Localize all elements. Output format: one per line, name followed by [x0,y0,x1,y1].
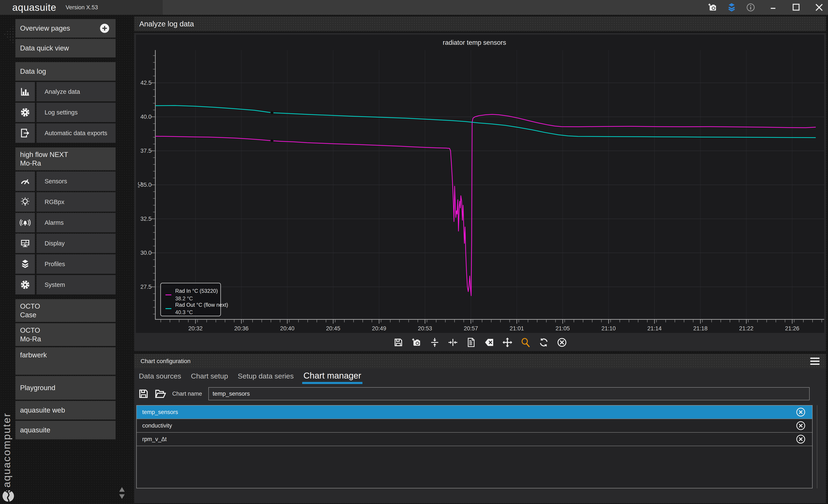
sidebar-item-log-settings[interactable]: Log settings [15,103,116,122]
svg-text:32.5: 32.5 [140,216,152,222]
sidebar-item-playground[interactable]: Playground [15,376,116,400]
save-chart-button[interactable] [137,388,150,400]
sidebar-item-label: Playground [20,384,55,392]
close-button[interactable] [557,337,567,348]
sidebar-item-label: aquasuite web [20,406,65,414]
sidebar-item-farbwerk[interactable]: farbwerk [15,347,116,375]
tab-chart-setup[interactable]: Chart setup [191,372,228,383]
chart-list-row-label: rpm_v_Δt [142,436,167,443]
camera-plus-button[interactable] [411,337,422,348]
chart-name-input[interactable] [208,387,810,400]
sidebar-item-automatic-data-exports[interactable]: Automatic data exports [15,123,116,143]
sidebar-item-data-log[interactable]: Data log [15,62,116,81]
add-overview-page-button[interactable] [99,23,110,34]
zoom-button[interactable] [520,337,531,348]
temperature-chart[interactable]: 42.540.037.535.032.530.027.520:3220:3620… [136,35,824,333]
data-point-marker [271,111,274,114]
info-icon[interactable] [746,2,756,12]
svg-text:20:36: 20:36 [234,325,249,332]
sidebar-item-label: Overview pages [20,24,70,32]
sidebar-item-aquasuite[interactable]: aquasuite [15,421,116,439]
sidebar-item-label: System [37,275,116,294]
delete-chart-button[interactable] [796,434,806,444]
sidebar-item-display[interactable]: Display [15,234,116,253]
chart-list-row-label: temp_sensors [142,409,178,415]
list-scrollbar[interactable] [817,405,818,488]
delete-chart-button[interactable] [796,421,806,431]
bell-icon [15,213,35,232]
tab-data-sources[interactable]: Data sources [139,372,181,383]
series-rad-in [155,114,816,296]
sidebar-item-profiles[interactable]: Profiles [15,254,116,274]
chart-list-row-rpm-v-t[interactable]: rpm_v_Δt [137,432,812,446]
monitor-icon [15,234,35,253]
sidebar-item-alarms[interactable]: Alarms [15,213,116,232]
sidebar-item-label: Alarms [37,213,116,232]
scroll-down-icon[interactable] [119,494,125,499]
document-button[interactable] [466,337,477,348]
save-button[interactable] [393,337,404,348]
maximize-icon[interactable] [791,2,801,12]
chart-list-row-temp-sensors[interactable]: temp_sensors [137,406,812,419]
config-header: Chart configuration [134,354,826,369]
layers-icon[interactable] [727,2,737,12]
chart-name-label: Chart name [172,391,202,397]
svg-text:42.5: 42.5 [140,80,152,86]
sidebar-item-label: Sensors [37,172,116,191]
tab-setup-data-series[interactable]: Setup data series [238,372,294,383]
sidebar-item-system[interactable]: System [15,275,116,294]
sidebar-item-label: Log settings [37,103,116,122]
gauge-icon [15,172,35,191]
tab-chart-manager[interactable]: Chart manager [303,371,361,383]
data-point-marker [271,139,274,142]
sidebar-item-overview-pages[interactable]: Overview pages [15,19,116,38]
fit-horizontal-button[interactable] [448,337,458,348]
close-icon[interactable] [814,2,824,12]
chart-panel: 42.540.037.535.032.530.027.520:3220:3620… [134,33,826,351]
sidebar-item-data-quick-view[interactable]: Data quick view [15,39,116,57]
svg-text:21:26: 21:26 [785,325,799,332]
sidebar: Overview pagesData quick viewData logAna… [15,19,116,439]
refresh-button[interactable] [538,337,549,348]
chart-list-row-conductivity[interactable]: conductivity [137,419,812,432]
y-axis-label: °C [137,182,143,188]
chart-toolbar [134,334,826,351]
sidebar-item-label: Profiles [37,254,116,274]
sidebar-item-rgbpx[interactable]: RGBpx [15,192,116,212]
svg-text:21:01: 21:01 [510,325,524,332]
gear-icon [15,275,35,294]
svg-text:21:10: 21:10 [602,325,616,332]
sidebar-item-label2: Case [20,311,111,319]
sidebar-item-sensors[interactable]: Sensors [15,172,116,191]
sidebar-item-label2: Mo-Ra [20,334,111,343]
backspace-delete-button[interactable] [484,337,495,348]
chart-name-row: Chart name [137,387,820,400]
minimize-icon[interactable] [769,2,779,12]
gear-icon [15,103,35,122]
sidebar-item-analyze-data[interactable]: Analyze data [15,82,116,101]
sidebar-item-label: RGBpx [37,192,116,212]
fit-vertical-button[interactable] [429,337,440,348]
titlebar: aquasuite Version X.53 [0,0,828,15]
camera-plus-icon[interactable] [708,2,718,12]
sidebar-item-octo[interactable]: OCTOMo-Ra [15,323,116,346]
sidebar-scrollbar[interactable] [119,487,125,503]
sidebar-item-high-flow-next[interactable]: high flow NEXTMo-Ra [15,147,116,170]
svg-text:20:45: 20:45 [326,325,340,332]
move-button[interactable] [502,337,513,348]
sidebar-item-octo[interactable]: OCTOCase [15,299,116,322]
titlebar-icons [708,0,824,15]
aquasuite-window: aquasuite Version X.53 Overview pagesDat… [0,0,828,504]
svg-text:27.5: 27.5 [140,284,152,290]
config-tabs: Data sourcesChart setupSetup data series… [139,371,361,383]
layers-white-icon [15,254,35,274]
bar-chart-icon [15,82,35,101]
chart-title: radiator temp sensors [443,39,506,46]
delete-chart-button[interactable] [796,407,806,417]
scroll-up-icon[interactable] [119,487,125,492]
sidebar-item-aquasuite-web[interactable]: aquasuite web [15,401,116,419]
load-chart-button[interactable] [154,388,166,400]
svg-text:Rad Out °C (flow next): Rad Out °C (flow next) [175,302,228,308]
aquacomputer-logo-icon [2,489,15,502]
menu-icon[interactable] [810,358,820,365]
